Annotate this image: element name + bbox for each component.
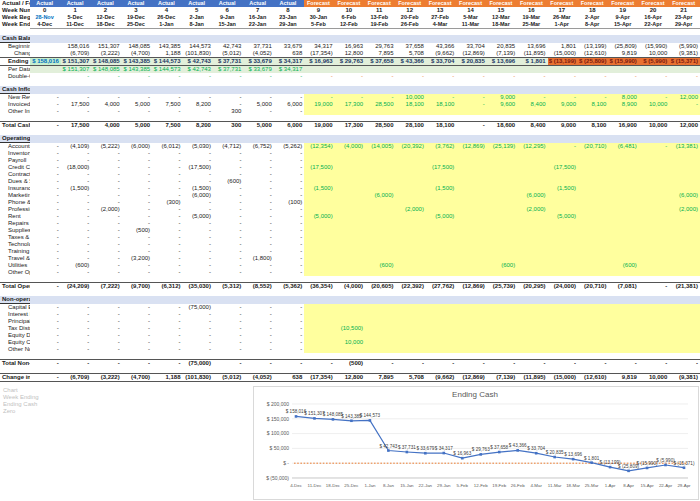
value-cell[interactable]: [335, 262, 365, 269]
value-cell[interactable]: -: [30, 248, 60, 255]
value-cell[interactable]: -: [213, 360, 243, 368]
value-cell[interactable]: -: [669, 101, 700, 108]
value-cell[interactable]: [365, 304, 395, 312]
value-cell[interactable]: 5,708: [395, 50, 425, 58]
value-cell[interactable]: [426, 66, 456, 74]
value-cell[interactable]: (20,392): [395, 143, 425, 151]
value-cell[interactable]: -: [30, 94, 60, 102]
week-number-cell[interactable]: 21: [669, 7, 700, 14]
value-cell[interactable]: [487, 318, 517, 325]
value-cell[interactable]: [426, 150, 456, 157]
value-cell[interactable]: [517, 304, 547, 312]
value-cell[interactable]: [426, 325, 456, 332]
value-cell[interactable]: [669, 311, 700, 318]
value-cell[interactable]: (36,354): [304, 283, 334, 291]
row-label[interactable]: Week Beginning: [0, 14, 30, 21]
value-cell[interactable]: -: [395, 73, 425, 80]
value-cell[interactable]: -: [91, 164, 121, 171]
value-cell[interactable]: 6,000: [274, 101, 304, 108]
week-number-cell[interactable]: 10: [335, 7, 365, 14]
value-cell[interactable]: -: [30, 185, 60, 192]
value-cell[interactable]: [365, 311, 395, 318]
value-cell[interactable]: [30, 43, 60, 51]
value-cell[interactable]: [669, 262, 700, 269]
value-cell[interactable]: -: [122, 73, 152, 80]
value-cell[interactable]: -: [243, 192, 273, 199]
value-cell[interactable]: [669, 234, 700, 241]
value-cell[interactable]: 18,100: [426, 122, 456, 130]
value-cell[interactable]: [395, 220, 425, 227]
value-cell[interactable]: -: [243, 318, 273, 325]
value-cell[interactable]: -: [243, 311, 273, 318]
value-cell[interactable]: (17,500): [183, 164, 213, 171]
value-cell[interactable]: 158,016: [61, 43, 91, 51]
value-cell[interactable]: -: [365, 94, 395, 102]
value-cell[interactable]: 638: [274, 50, 304, 58]
value-cell[interactable]: -: [91, 227, 121, 234]
week-beginning-cell[interactable]: 13-Feb: [365, 14, 395, 21]
value-cell[interactable]: 33,679: [274, 43, 304, 51]
value-cell[interactable]: -: [122, 325, 152, 332]
value-cell[interactable]: 18,100: [395, 101, 425, 108]
value-cell[interactable]: -: [122, 171, 152, 178]
value-cell[interactable]: [304, 318, 334, 325]
value-cell[interactable]: -: [243, 234, 273, 241]
row-label[interactable]: Week Number: [0, 7, 30, 14]
value-cell[interactable]: [578, 192, 608, 199]
value-cell[interactable]: [578, 206, 608, 213]
value-cell[interactable]: [456, 164, 486, 171]
value-cell[interactable]: [608, 241, 638, 248]
value-cell[interactable]: -: [91, 150, 121, 157]
value-cell[interactable]: -: [243, 360, 273, 368]
forecast-header[interactable]: Forecast: [639, 0, 669, 7]
value-cell[interactable]: 17,300: [335, 101, 365, 108]
value-cell[interactable]: -: [243, 185, 273, 192]
value-cell[interactable]: [335, 192, 365, 199]
value-cell[interactable]: 10,000: [639, 122, 669, 130]
forecast-header[interactable]: Forecast: [304, 0, 334, 7]
week-beginning-cell[interactable]: 30-Jan: [304, 14, 334, 21]
value-cell[interactable]: (4,052): [243, 50, 273, 58]
value-cell[interactable]: -: [91, 234, 121, 241]
value-cell[interactable]: [608, 185, 638, 192]
value-cell[interactable]: (15,000): [548, 374, 578, 382]
value-cell[interactable]: 143,385: [152, 43, 182, 51]
value-cell[interactable]: 42,743: [213, 43, 243, 51]
value-cell[interactable]: (600): [487, 262, 517, 269]
value-cell[interactable]: 18,100: [426, 101, 456, 108]
value-cell[interactable]: [395, 227, 425, 234]
value-cell[interactable]: -: [152, 108, 182, 115]
value-cell[interactable]: -: [91, 108, 121, 115]
value-cell[interactable]: 8,100: [578, 101, 608, 108]
value-cell[interactable]: [304, 66, 334, 74]
value-cell[interactable]: -: [304, 94, 334, 102]
value-cell[interactable]: [548, 241, 578, 248]
value-cell[interactable]: (6,000): [517, 192, 547, 199]
value-cell[interactable]: -: [152, 248, 182, 255]
value-cell[interactable]: [365, 346, 395, 353]
value-cell[interactable]: [304, 220, 334, 227]
value-cell[interactable]: $ 1,801: [517, 58, 547, 66]
value-cell[interactable]: -: [30, 192, 60, 199]
value-cell[interactable]: [335, 227, 365, 234]
week-beginning-cell[interactable]: 2-Jan: [183, 14, 213, 21]
week-number-cell[interactable]: 1: [61, 7, 91, 14]
value-cell[interactable]: [578, 199, 608, 206]
value-cell[interactable]: [608, 311, 638, 318]
value-cell[interactable]: [335, 255, 365, 262]
value-cell[interactable]: [669, 255, 700, 262]
value-cell[interactable]: (1,500): [61, 185, 91, 192]
value-cell[interactable]: -: [183, 178, 213, 185]
value-cell[interactable]: [517, 325, 547, 332]
value-cell[interactable]: (21,381): [669, 283, 700, 291]
value-cell[interactable]: -: [243, 346, 273, 353]
value-cell[interactable]: -: [548, 143, 578, 151]
value-cell[interactable]: -: [91, 332, 121, 339]
value-cell[interactable]: [669, 178, 700, 185]
value-cell[interactable]: -: [91, 213, 121, 220]
value-cell[interactable]: [548, 157, 578, 164]
value-cell[interactable]: 9,000: [548, 122, 578, 130]
value-cell[interactable]: -: [152, 192, 182, 199]
value-cell[interactable]: (5,000): [426, 213, 456, 220]
value-cell[interactable]: [669, 213, 700, 220]
